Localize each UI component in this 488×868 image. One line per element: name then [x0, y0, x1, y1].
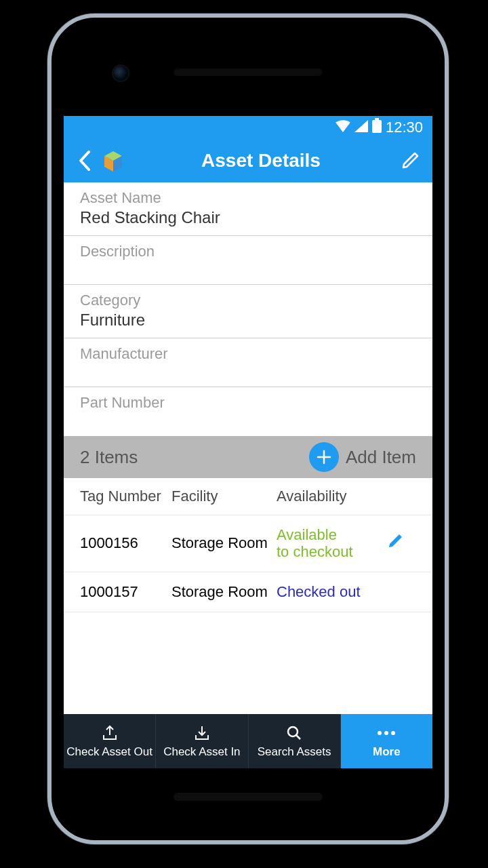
back-button[interactable]: [75, 151, 95, 171]
phone-inner: 12:30 Asset Details: [57, 23, 439, 835]
speaker-slit: [174, 68, 323, 76]
upload-icon: [101, 724, 119, 743]
page-title: Asset Details: [123, 150, 399, 172]
nav-more[interactable]: More: [341, 714, 432, 768]
cell-availability: Available to checkout: [277, 526, 386, 561]
camera-dot: [113, 66, 128, 81]
field-manufacturer[interactable]: Manufacturer: [64, 338, 432, 387]
cell-facility: Storage Room: [171, 583, 277, 601]
cell-tag: 1000157: [80, 583, 171, 601]
field-category[interactable]: Category Furniture: [64, 285, 432, 338]
items-bar: 2 Items Add Item: [64, 436, 432, 478]
content-area: Asset Name Red Stacking Chair Descriptio…: [64, 182, 432, 714]
bottom-slit: [174, 793, 323, 801]
wifi-icon: [336, 119, 350, 136]
field-label: Manufacturer: [80, 345, 416, 363]
svg-point-7: [384, 731, 388, 735]
col-header-tag: Tag Number: [80, 488, 171, 505]
signal-icon: [354, 119, 368, 136]
field-label: Category: [80, 292, 416, 309]
col-header-facility: Facility: [171, 488, 277, 505]
svg-rect-0: [375, 118, 379, 120]
field-label: Part Number: [80, 394, 416, 412]
nav-search[interactable]: Search Assets: [249, 714, 341, 768]
download-icon: [193, 724, 211, 743]
svg-point-6: [378, 731, 382, 735]
svg-point-5: [288, 727, 298, 736]
row-edit-button[interactable]: [386, 532, 416, 554]
table-header: Tag Number Facility Availability: [64, 478, 432, 515]
app-logo-icon: [102, 150, 123, 172]
table-row[interactable]: 1000156 Storage Room Available to checko…: [64, 515, 432, 572]
cell-availability: Checked out: [277, 583, 386, 601]
field-value: Furniture: [80, 311, 416, 330]
nav-check-out[interactable]: Check Asset Out: [64, 714, 156, 768]
table-row[interactable]: 1000157 Storage Room Checked out: [64, 572, 432, 612]
field-description[interactable]: Description: [64, 236, 432, 285]
nav-label: Check Asset Out: [66, 745, 152, 759]
nav-label: More: [373, 745, 401, 759]
status-bar: 12:30: [64, 116, 432, 139]
battery-icon: [372, 118, 382, 137]
status-time: 12:30: [386, 119, 423, 136]
more-icon: [376, 724, 396, 743]
nav-label: Check Asset In: [163, 745, 240, 759]
add-item-button[interactable]: Add Item: [309, 442, 416, 472]
nav-check-in[interactable]: Check Asset In: [156, 714, 248, 768]
svg-point-8: [391, 731, 395, 735]
field-value: Red Stacking Chair: [80, 208, 416, 227]
col-header-availability: Availability: [277, 488, 386, 505]
edit-button[interactable]: [399, 151, 422, 171]
nav-label: Search Assets: [258, 745, 331, 759]
field-label: Description: [80, 243, 416, 260]
bottom-nav: Check Asset Out Check Asset In Search As…: [64, 714, 432, 768]
app-bar: Asset Details: [64, 139, 432, 182]
field-part-number[interactable]: Part Number: [64, 387, 432, 436]
phone-frame: 12:30 Asset Details: [47, 14, 449, 844]
plus-icon: [309, 442, 339, 472]
cell-facility: Storage Room: [171, 534, 277, 552]
cell-tag: 1000156: [80, 534, 171, 552]
svg-rect-1: [372, 120, 382, 133]
items-count: 2 Items: [80, 447, 138, 468]
app-screen: 12:30 Asset Details: [64, 116, 432, 768]
field-asset-name[interactable]: Asset Name Red Stacking Chair: [64, 182, 432, 236]
field-label: Asset Name: [80, 189, 416, 207]
search-icon: [285, 724, 303, 743]
add-item-label: Add Item: [346, 447, 416, 468]
